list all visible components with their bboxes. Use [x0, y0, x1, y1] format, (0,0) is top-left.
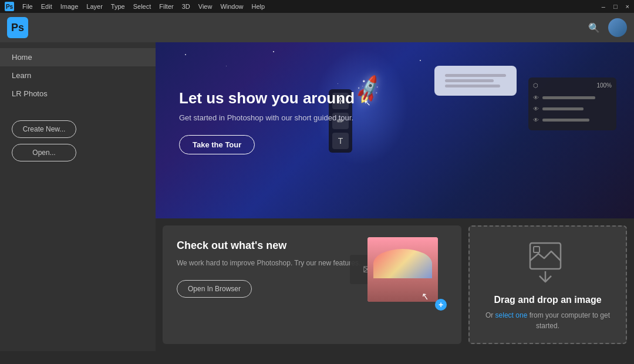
menu-item-layer[interactable]: Layer — [83, 2, 106, 11]
menu-bar[interactable]: FileEditImageLayerTypeSelectFilter3DView… — [19, 2, 268, 11]
chat-line-3 — [445, 85, 500, 87]
hero-content: Let us show you around Get started in Ph… — [179, 89, 355, 154]
layers-percent: 100% — [596, 82, 612, 89]
hero-banner: 🚀 ⬡ 100% 👁 👁 — [156, 42, 634, 218]
layers-panel-mockup: ⬡ 100% 👁 👁 👁 — [528, 77, 616, 130]
chat-line-2 — [445, 79, 494, 82]
menu-item-edit[interactable]: Edit — [38, 2, 56, 11]
thumbnail-collage: ✉ + ↖ — [350, 237, 450, 314]
menu-item-file[interactable]: File — [19, 2, 36, 11]
drag-drop-text-after: from your computer to get started. — [527, 311, 610, 330]
hero-subtitle: Get started in Photoshop with our short … — [179, 113, 355, 122]
star — [185, 54, 186, 55]
bottom-section: Check out what's new We work hard to imp… — [156, 218, 634, 351]
drag-drop-description: Or select one from your computer to get … — [481, 310, 614, 331]
eye-icon-1: 👁 — [533, 95, 539, 101]
user-avatar[interactable] — [608, 18, 627, 37]
menu-item-image[interactable]: Image — [57, 2, 82, 11]
take-tour-button[interactable]: Take the Tour — [179, 135, 255, 154]
eye-icon-3: 👁 — [533, 117, 539, 123]
search-button[interactable]: 🔍 — [586, 19, 602, 36]
ps-app-icon: Ps — [5, 2, 14, 11]
eye-icon-2: 👁 — [533, 106, 539, 112]
sidebar-item-home[interactable]: Home — [0, 48, 156, 66]
photoshop-logo: Ps — [7, 17, 28, 38]
sidebar-item-learn[interactable]: Learn — [0, 66, 156, 85]
layer-bar-1 — [542, 96, 595, 99]
menu-item-window[interactable]: Window — [217, 2, 247, 11]
open-in-browser-button[interactable]: Open In Browser — [177, 280, 252, 298]
star — [420, 60, 421, 61]
drag-drop-text-before: Or — [485, 311, 495, 319]
main-toolbar: Ps 🔍 — [0, 13, 634, 42]
layer-bar-2 — [542, 107, 584, 110]
menu-item-help[interactable]: Help — [248, 2, 269, 11]
add-thumbnail-icon: + — [435, 299, 447, 311]
chat-line-1 — [445, 74, 506, 77]
star — [226, 66, 227, 66]
layer-bar-3 — [542, 119, 589, 122]
window-controls[interactable]: – □ × — [602, 3, 629, 10]
sidebar-actions: Create New... Open... — [0, 114, 156, 167]
drag-drop-title: Drag and drop an image — [494, 295, 601, 305]
toolbar-right: 🔍 — [586, 18, 627, 37]
open-button[interactable]: Open... — [12, 144, 76, 161]
drag-drop-icon — [524, 238, 571, 285]
sunglasses-reflection — [373, 249, 432, 278]
sidebar-item-lr-photos[interactable]: LR Photos — [0, 85, 156, 103]
sidebar: Home Learn LR Photos Create New... Open.… — [0, 42, 156, 351]
menu-item-select[interactable]: Select — [130, 2, 155, 11]
layer-item-1: 👁 — [533, 92, 612, 103]
hero-title: Let us show you around — [179, 89, 355, 107]
content-area: Home Learn LR Photos Create New... Open.… — [0, 42, 634, 351]
layers-header: ⬡ 100% — [533, 82, 612, 89]
chat-bubble — [434, 66, 517, 96]
menu-item-3d[interactable]: 3D — [178, 2, 194, 11]
layer-item-3: 👁 — [533, 114, 612, 126]
sidebar-divider — [0, 103, 156, 114]
cursor-icon: ↖ — [364, 98, 371, 107]
layer-item-2: 👁 — [533, 103, 612, 114]
drag-drop-select-link[interactable]: select one — [495, 311, 528, 319]
svg-rect-1 — [534, 247, 539, 252]
title-bar: Ps FileEditImageLayerTypeSelectFilter3DV… — [0, 0, 634, 13]
star — [273, 51, 274, 52]
menu-item-filter[interactable]: Filter — [156, 2, 177, 11]
layers-icon: ⬡ — [533, 82, 538, 89]
create-new-button[interactable]: Create New... — [12, 120, 76, 138]
main-panel: 🚀 ⬡ 100% 👁 👁 — [156, 42, 634, 351]
whats-new-panel: Check out what's new We work hard to imp… — [163, 225, 461, 344]
menu-item-view[interactable]: View — [195, 2, 216, 11]
drag-drop-area[interactable]: Drag and drop an image Or select one fro… — [468, 225, 627, 344]
menu-item-type[interactable]: Type — [107, 2, 129, 11]
